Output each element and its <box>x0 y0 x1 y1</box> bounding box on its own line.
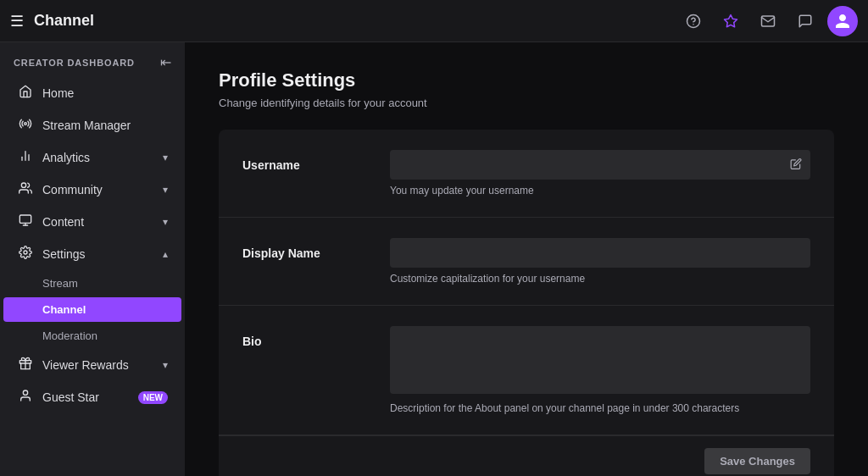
sidebar-item-viewer-rewards[interactable]: Viewer Rewards ▾ <box>3 350 181 380</box>
save-changes-button[interactable]: Save Changes <box>704 448 810 474</box>
sidebar-item-analytics-label: Analytics <box>42 151 154 164</box>
svg-point-7 <box>21 183 25 187</box>
help-icon-button[interactable] <box>678 6 709 36</box>
sidebar-item-analytics[interactable]: Analytics ▾ <box>3 142 181 173</box>
sidebar-item-settings-label: Settings <box>42 247 154 261</box>
svg-point-3 <box>25 123 27 125</box>
community-chevron: ▾ <box>163 184 168 196</box>
sidebar-subitem-channel-label: Channel <box>42 303 86 316</box>
content-icon <box>17 213 34 230</box>
display-name-row: Display Name Customize capitalization fo… <box>219 218 834 306</box>
bio-hint: Description for the About panel on your … <box>390 402 810 414</box>
analytics-chevron: ▾ <box>163 152 168 163</box>
bio-label: Bio <box>242 326 370 348</box>
username-hint: You may update your username <box>390 185 810 196</box>
svg-point-14 <box>23 390 27 395</box>
avatar[interactable] <box>827 6 858 36</box>
settings-card: Username You may update your username Di… <box>219 130 834 476</box>
home-icon <box>17 85 34 102</box>
viewer-rewards-icon <box>17 357 34 374</box>
guest-star-icon <box>17 389 34 406</box>
display-name-input-wrapper <box>390 238 810 268</box>
sidebar-item-content[interactable]: Content ▾ <box>3 207 181 237</box>
settings-chevron: ▴ <box>163 248 168 260</box>
sidebar-item-guest-star-label: Guest Star <box>42 390 125 404</box>
chat-icon-button[interactable] <box>790 6 821 36</box>
username-field: You may update your username <box>390 150 810 196</box>
bio-input[interactable] <box>390 326 810 394</box>
sidebar-item-content-label: Content <box>42 215 154 229</box>
svg-rect-8 <box>19 215 31 223</box>
menu-icon[interactable]: ☰ <box>10 12 24 30</box>
sidebar-item-stream-manager-label: Stream Manager <box>42 119 168 132</box>
content-chevron: ▾ <box>163 216 168 228</box>
bio-row: Bio Description for the About panel on y… <box>219 306 834 435</box>
display-name-field: Customize capitalization for your userna… <box>390 238 810 285</box>
svg-point-11 <box>24 251 27 254</box>
username-input-wrapper <box>390 150 810 180</box>
sidebar-subitem-stream-label: Stream <box>42 277 78 290</box>
sidebar-item-home-label: Home <box>42 86 168 100</box>
main-content: Profile Settings Change identifying deta… <box>185 42 868 476</box>
sidebar-header: Creator Dashboard ⇤ <box>0 42 185 77</box>
svg-marker-2 <box>725 14 737 26</box>
stars-icon-button[interactable] <box>715 6 746 36</box>
topnav: ☰ Channel <box>0 0 868 42</box>
topnav-icons <box>678 6 858 36</box>
username-input[interactable] <box>390 150 810 180</box>
display-name-label: Display Name <box>242 238 370 260</box>
username-label: Username <box>242 150 370 172</box>
analytics-icon <box>17 149 34 166</box>
viewer-rewards-chevron: ▾ <box>163 359 168 371</box>
topnav-title: Channel <box>34 12 668 30</box>
mail-icon-button[interactable] <box>753 6 783 36</box>
username-edit-icon[interactable] <box>790 158 802 172</box>
sidebar-item-guest-star[interactable]: Guest Star NEW <box>3 382 181 412</box>
sidebar-subitem-stream[interactable]: Stream <box>3 271 181 296</box>
body-layout: Creator Dashboard ⇤ Home Stream Manager … <box>0 42 868 476</box>
sidebar-collapse-icon[interactable]: ⇤ <box>160 54 171 70</box>
sidebar-subitem-channel[interactable]: Channel <box>3 297 181 322</box>
sidebar-item-settings[interactable]: Settings ▴ <box>3 239 181 269</box>
sidebar-item-stream-manager[interactable]: Stream Manager <box>3 110 181 141</box>
display-name-hint: Customize capitalization for your userna… <box>390 273 810 285</box>
username-row: Username You may update your username <box>219 130 834 218</box>
bio-input-wrapper <box>390 326 810 397</box>
stream-manager-icon <box>17 117 34 134</box>
sidebar-header-label: Creator Dashboard <box>14 58 135 68</box>
sidebar-subitem-moderation-label: Moderation <box>42 329 97 342</box>
save-row: Save Changes <box>219 435 834 476</box>
bio-field: Description for the About panel on your … <box>390 326 810 414</box>
new-badge: NEW <box>138 391 168 404</box>
sidebar-item-community-label: Community <box>42 183 154 196</box>
sidebar-item-viewer-rewards-label: Viewer Rewards <box>42 358 154 372</box>
settings-icon <box>17 246 34 263</box>
page-title: Profile Settings <box>219 69 834 91</box>
community-icon <box>17 181 34 198</box>
page-subtitle: Change identifying details for your acco… <box>219 97 834 109</box>
display-name-input[interactable] <box>390 238 810 268</box>
sidebar: Creator Dashboard ⇤ Home Stream Manager … <box>0 42 185 476</box>
sidebar-subitem-moderation[interactable]: Moderation <box>3 324 181 348</box>
sidebar-item-community[interactable]: Community ▾ <box>3 174 181 205</box>
sidebar-item-home[interactable]: Home <box>3 78 181 108</box>
